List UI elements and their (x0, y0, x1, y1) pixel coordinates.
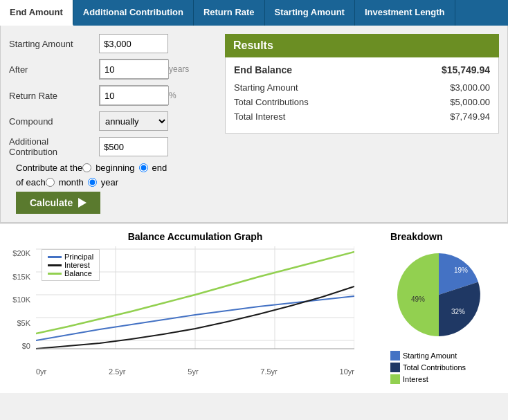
after-row: After years (9, 59, 217, 80)
total-interest-value: $7,749.94 (450, 111, 490, 122)
return-rate-row: Return Rate % (9, 85, 217, 106)
total-contributions-legend-color (390, 363, 400, 372)
x-label-0yr: 0yr (36, 367, 46, 376)
pie-segment-interest (397, 253, 439, 336)
principal-label: Principal (64, 253, 93, 261)
month-radio[interactable] (46, 178, 55, 187)
end-balance-label: End Balance (234, 64, 292, 75)
after-suffix: years (169, 64, 192, 74)
main-content: Starting Amount After years Return Rate … (0, 26, 508, 223)
contribute-at-row: Contribute at the beginning end (16, 163, 217, 173)
year-label: year (101, 177, 118, 188)
y-label-0: $0 (7, 342, 30, 350)
pie-chart: 19% 32% 49% (390, 246, 487, 343)
return-rate-input[interactable] (100, 86, 169, 105)
additional-contribution-input[interactable] (99, 137, 168, 156)
total-contributions-legend-label: Total Contributions (403, 363, 466, 372)
tab-starting-amount[interactable]: Starting Amount (265, 0, 355, 26)
y-label-15k: $15K (7, 273, 30, 281)
calculate-button[interactable]: Calculate (16, 192, 100, 214)
pie-label-49: 49% (411, 295, 425, 303)
starting-amount-result-label: Starting Amount (234, 82, 298, 93)
total-contributions-row: Total Contributions $5,000.00 (234, 97, 490, 107)
legend-interest: Interest (48, 261, 93, 269)
graph-title: Balance Accumulation Graph (7, 231, 383, 242)
additional-contribution-label: Additional Contribution (9, 136, 99, 157)
interest-legend-color (390, 374, 400, 384)
starting-amount-row: Starting Amount (9, 34, 217, 53)
starting-amount-input[interactable] (99, 34, 168, 53)
results-body: End Balance $15,749.94 Starting Amount $… (225, 57, 499, 134)
after-label: After (9, 64, 99, 75)
results-panel: Results End Balance $15,749.94 Starting … (225, 34, 499, 214)
tab-return-rate[interactable]: Return Rate (194, 0, 265, 26)
additional-contribution-row: Additional Contribution (9, 136, 217, 157)
starting-amount-legend-label: Starting Amount (403, 351, 457, 360)
after-input-group: years (99, 59, 168, 80)
return-rate-input-group: % (99, 85, 168, 106)
return-rate-label: Return Rate (9, 91, 99, 101)
bottom-section: Balance Accumulation Graph $0 $5K $10K $… (0, 223, 508, 393)
total-contributions-label: Total Contributions (234, 97, 309, 107)
total-interest-row: Total Interest $7,749.94 (234, 111, 490, 122)
of-each-label: of each (16, 177, 46, 188)
total-interest-label: Total Interest (234, 111, 285, 122)
breakdown-title: Breakdown (390, 231, 501, 242)
legend-balance: Balance (48, 269, 93, 277)
breakdown-legend-interest: Interest (390, 374, 501, 384)
form-panel: Starting Amount After years Return Rate … (9, 34, 217, 214)
compound-select[interactable]: daily weekly biweekly monthly quarterly … (99, 111, 168, 131)
compound-label: Compound (9, 116, 99, 127)
end-label: end (152, 163, 167, 173)
x-axis-labels: 0yr 2.5yr 5yr 7.5yr 10yr (36, 367, 354, 376)
chart-legend: Principal Interest Balance (42, 249, 100, 281)
breakdown-area: Breakdown 19% 32% 49% Starting Amount To… (390, 231, 501, 386)
pie-label-32: 32% (451, 308, 465, 316)
results-header: Results (225, 34, 499, 57)
tab-additional-contribution[interactable]: Additional Contribution (73, 0, 194, 26)
month-label: month (59, 177, 84, 188)
x-label-5yr: 5yr (188, 367, 198, 376)
starting-amount-label: Starting Amount (9, 39, 99, 49)
starting-amount-result-value: $3,000.00 (450, 82, 490, 93)
end-balance-row: End Balance $15,749.94 (234, 64, 490, 75)
beginning-label: beginning (96, 163, 134, 173)
play-icon (78, 198, 87, 208)
chart-container: Principal Interest Balance (36, 246, 354, 376)
beginning-radio[interactable] (82, 163, 91, 172)
legend-principal: Principal (48, 253, 93, 261)
tab-investment-length[interactable]: Investment Length (355, 0, 455, 26)
breakdown-legend-contributions: Total Contributions (390, 363, 501, 372)
contribute-at-label: Contribute at the (16, 163, 82, 173)
tab-end-amount[interactable]: End Amount (0, 0, 73, 26)
starting-amount-result-row: Starting Amount $3,000.00 (234, 82, 490, 93)
total-contributions-value: $5,000.00 (450, 97, 490, 107)
end-radio[interactable] (139, 163, 148, 172)
x-label-25yr: 2.5yr (109, 367, 125, 376)
starting-amount-legend-color (390, 351, 400, 360)
after-input[interactable] (100, 60, 169, 79)
x-label-10yr: 10yr (340, 367, 354, 376)
y-label-10k: $10K (7, 295, 30, 304)
of-each-row: of each month year (16, 177, 217, 188)
interest-legend-label: Interest (403, 375, 428, 383)
y-label-20k: $20K (7, 249, 30, 257)
interest-color (48, 264, 62, 266)
compound-row: Compound daily weekly biweekly monthly q… (9, 111, 217, 131)
balance-label: Balance (64, 269, 92, 277)
breakdown-legend-starting: Starting Amount (390, 351, 501, 360)
return-rate-suffix: % (169, 91, 179, 100)
calculate-label: Calculate (30, 197, 73, 208)
y-label-5k: $5K (7, 319, 30, 327)
interest-label: Interest (64, 261, 90, 269)
year-radio[interactable] (88, 178, 97, 187)
tab-bar: End Amount Additional Contribution Retur… (0, 0, 508, 26)
graph-area: Balance Accumulation Graph $0 $5K $10K $… (7, 231, 383, 386)
breakdown-legend: Starting Amount Total Contributions Inte… (390, 351, 501, 384)
balance-color (48, 273, 62, 275)
pie-label-19: 19% (454, 266, 468, 274)
principal-color (48, 256, 62, 258)
y-axis: $0 $5K $10K $15K $20K (7, 246, 30, 364)
end-balance-value: $15,749.94 (442, 64, 490, 75)
x-label-75yr: 7.5yr (260, 367, 277, 376)
